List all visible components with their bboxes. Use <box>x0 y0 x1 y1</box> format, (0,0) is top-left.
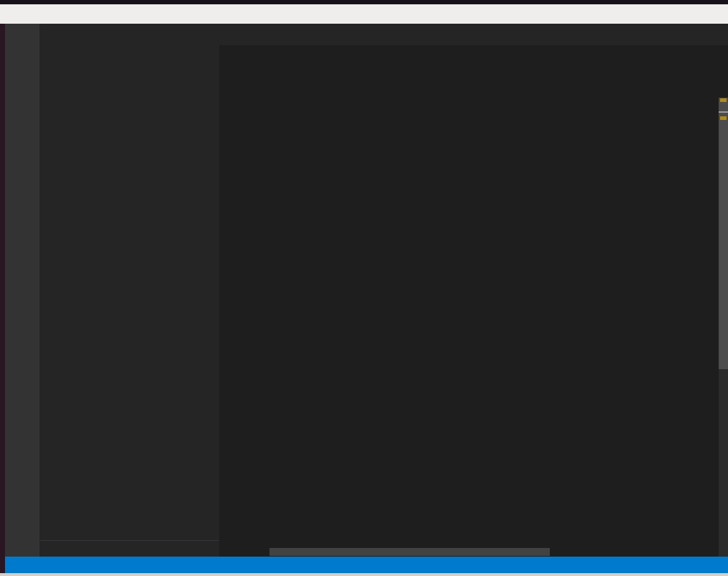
workspace-section-header[interactable] <box>40 48 219 65</box>
menu-bar <box>0 4 728 24</box>
tab-bar <box>219 24 728 45</box>
ruler-warning-marker <box>720 98 727 102</box>
scrollbar-slider[interactable] <box>719 98 728 369</box>
outline-section-header[interactable] <box>40 540 219 557</box>
activity-bar <box>5 24 40 557</box>
code-editor[interactable] <box>219 60 728 557</box>
overview-ruler[interactable] <box>719 98 728 557</box>
horizontal-scrollbar[interactable] <box>269 548 550 556</box>
ruler-cursor-marker <box>719 111 728 113</box>
breadcrumb <box>219 45 728 60</box>
status-bar <box>5 557 728 573</box>
desktop-left-edge <box>0 24 5 573</box>
window-bottom-edge <box>0 573 728 576</box>
explorer-sidebar <box>40 24 219 557</box>
minimap[interactable] <box>670 98 719 557</box>
editor-group <box>219 24 728 557</box>
ruler-warning-marker <box>720 116 727 120</box>
